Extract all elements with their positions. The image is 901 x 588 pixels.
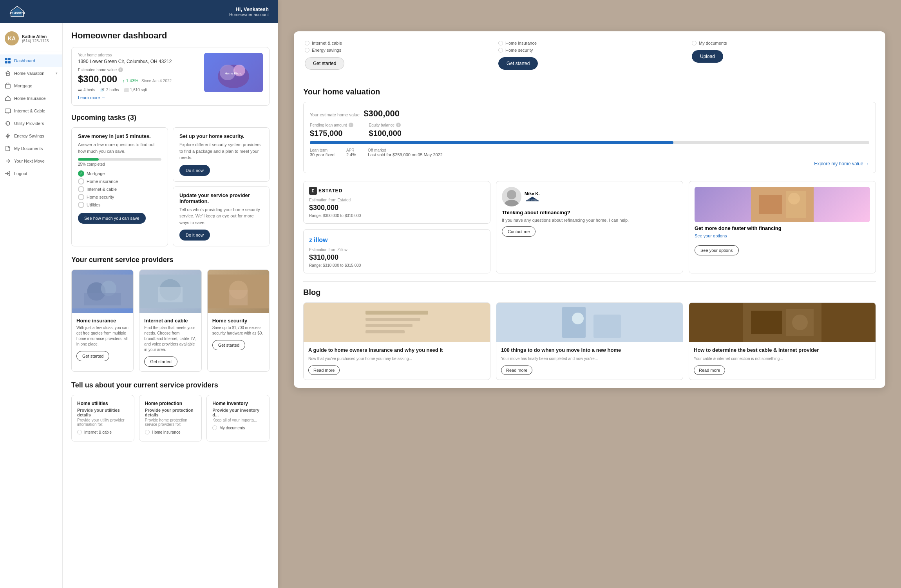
tell-utilities-desc: Provide your utility provider informatio… — [77, 418, 128, 427]
estimated-label: Estimated home value — [78, 68, 117, 72]
source-zillow: z illow Estimation from Zillow $310,000 … — [303, 229, 490, 273]
zillow-title: Estimation from Zillow — [309, 248, 485, 252]
svg-text:illow: illow — [314, 237, 328, 243]
service-security-cta[interactable]: Get started — [212, 340, 245, 350]
progress-fill — [78, 158, 99, 161]
check-item-home-security: Home security — [78, 194, 161, 200]
svg-text:Home Photo: Home Photo — [225, 72, 242, 75]
equity-bar-bg — [310, 141, 869, 144]
svg-rect-6 — [8, 61, 11, 63]
blog3-title: How to determine the best cable & Intern… — [694, 347, 871, 354]
tell-inventory-option: My documents — [212, 425, 264, 430]
info-icon-loan[interactable]: i — [349, 123, 353, 127]
home-meta: 🛏 4 beds 🚿 2 baths ⬜ 1,610 sqft — [78, 88, 204, 92]
valuation-title: Your home valuation — [303, 87, 876, 96]
radio-home-insurance[interactable] — [145, 430, 150, 434]
financing-title: Get more done faster with financing — [695, 225, 870, 231]
svg-point-28 — [507, 190, 516, 199]
svg-rect-7 — [6, 73, 9, 76]
equity-bar-container — [310, 141, 869, 144]
task-card-1: Save money in just 5 minutes. Answer a f… — [71, 127, 168, 246]
baths: 🚿 2 baths — [100, 88, 119, 92]
explore-my-home-value-link[interactable]: Explore my home value → — [310, 161, 869, 166]
option-energy: Energy savings — [305, 48, 487, 52]
service-providers-title: Your current service providers — [71, 256, 270, 264]
do-it-now-button-2[interactable]: Do it now — [179, 230, 210, 241]
service-img-internet — [139, 270, 201, 313]
check-item-home-insurance: Home insurance — [78, 178, 161, 185]
sidebar-item-dashboard[interactable]: Dashboard — [0, 54, 62, 67]
service-insurance-cta[interactable]: Get started — [76, 351, 109, 361]
do-it-now-button-1[interactable]: Do it now — [179, 165, 210, 176]
sidebar-item-home-valuation[interactable]: Home Valuation ▾ — [0, 67, 62, 80]
home-image: Home Photo — [204, 53, 263, 92]
task-card-2: Set up your home security. Explore diffe… — [173, 127, 270, 182]
sidebar-item-utility-providers[interactable]: Utility Providers — [0, 117, 62, 130]
svg-rect-9 — [5, 109, 11, 113]
service-internet-cta[interactable]: Get started — [144, 356, 177, 367]
home-insurance-icon — [5, 95, 11, 101]
sidebar-item-logout[interactable]: Logout — [0, 167, 62, 180]
home-card: Your home address 1390 Lower Green Cir, … — [71, 47, 270, 106]
task1-desc: Answer a few more questions to find out … — [78, 141, 161, 154]
service-internet-desc: Find the plan that meets your needs. Cho… — [144, 325, 196, 353]
sidebar-item-mortgage[interactable]: Mortgage — [0, 80, 62, 92]
sidebar-item-internet-cable[interactable]: Internet & Cable — [0, 105, 62, 117]
sidebar-utility-providers-label: Utility Providers — [14, 121, 44, 126]
blog1-read-more[interactable]: Read more — [308, 365, 340, 375]
progress-bar — [78, 158, 161, 161]
info-icon[interactable]: i — [118, 67, 123, 72]
see-your-options-button[interactable]: See your options — [695, 245, 739, 255]
info-icon-equity[interactable]: i — [396, 123, 401, 127]
top-service-internet: Internet & cable Energy savings Get star… — [303, 39, 489, 71]
tasks-grid: Save money in just 5 minutes. Answer a f… — [71, 127, 270, 246]
see-how-much-button[interactable]: See how much you can save — [78, 213, 146, 224]
home-value: $300,000 — [78, 74, 117, 85]
task3-desc: Tell us who's providing your home securi… — [179, 206, 263, 226]
main-content: Homeowner dashboard Your home address 13… — [63, 23, 278, 588]
tell-utilities-option: Internet & cable — [77, 430, 128, 434]
avatar: KA — [5, 31, 19, 45]
off-market-detail: Off market Last sold for $259,000 on 05 … — [368, 148, 443, 157]
val-estimate-label: Your estimate home value — [310, 112, 360, 117]
blog3-read-more[interactable]: Read more — [694, 365, 725, 375]
blog2-read-more[interactable]: Read more — [501, 365, 532, 375]
service-card-security: Home security Save up to $1,700 in exces… — [207, 270, 270, 372]
radio-internet[interactable] — [77, 430, 82, 434]
service-card-internet: Internet and cable Find the plan that me… — [139, 270, 201, 372]
learn-more-link[interactable]: Learn more → — [78, 95, 204, 100]
svg-point-29 — [505, 200, 519, 206]
sidebar-item-my-documents[interactable]: My Documents — [0, 142, 62, 155]
home-valuation-icon — [5, 70, 11, 76]
svg-point-48 — [792, 315, 808, 330]
tell-protection-subtitle: Provide your protection details — [145, 408, 196, 417]
svg-rect-39 — [365, 324, 413, 327]
sidebar-item-home-insurance[interactable]: Home Insurance — [0, 92, 62, 105]
upload-button[interactable]: Upload — [692, 50, 723, 63]
get-started-button-2[interactable]: Get started — [498, 57, 538, 70]
sidebar-item-energy-savings[interactable]: Energy Savings — [0, 130, 62, 142]
blog-grid: A guide to home owners Insurance and why… — [303, 302, 876, 380]
blog-card-insurance: A guide to home owners Insurance and why… — [303, 302, 490, 380]
blog3-excerpt: Your cable & internet connection is not … — [694, 356, 871, 362]
financing-see-options[interactable]: See your options — [695, 233, 870, 238]
logout-icon — [5, 170, 11, 177]
sidebar-item-your-next-move[interactable]: Your Next Move — [0, 155, 62, 167]
zillow-range: Range: $310,000 to $315,000 — [309, 263, 485, 268]
contact-me-button[interactable]: Contact me — [502, 226, 536, 237]
svg-rect-36 — [358, 303, 436, 342]
blog-img-2 — [496, 303, 683, 342]
sidebar-dashboard-label: Dashboard — [14, 58, 35, 63]
account-type: Homeowner account — [229, 12, 269, 17]
service-security-desc: Save up to $1,700 in excess security har… — [212, 325, 264, 336]
equity-value: $100,000 — [369, 129, 402, 138]
check-item-utilities: Utilities — [78, 202, 161, 208]
get-started-button-1[interactable]: Get started — [305, 57, 344, 70]
radio-my-documents[interactable] — [212, 425, 217, 430]
tell-us-title: Tell us about your current service provi… — [71, 381, 270, 389]
option-home-insurance: Home insurance — [498, 41, 681, 45]
val-estimate-value: $300,000 — [364, 109, 400, 118]
tell-protection-option: Home insurance — [145, 430, 196, 434]
equity-label: Equity balance i — [369, 123, 402, 127]
dashboard-icon — [5, 58, 11, 64]
